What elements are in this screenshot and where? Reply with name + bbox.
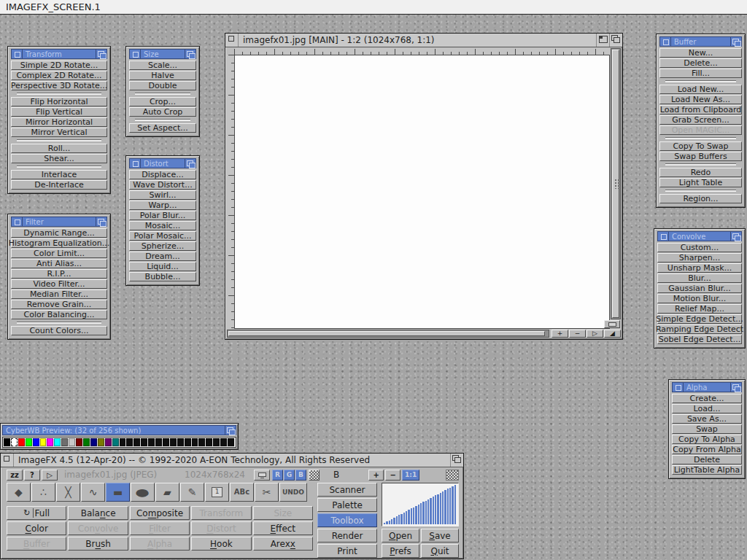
panel-transform-simple-2d-rotate[interactable]: Simple 2D Rotate... xyxy=(11,61,107,70)
toolbox-button-color[interactable]: Color xyxy=(7,521,66,535)
panel-transform-flip-horizontal[interactable]: Flip Horizontal xyxy=(11,97,107,106)
panel-filter-median-filter[interactable]: Median Filter... xyxy=(11,289,107,299)
panel-transform-shear[interactable]: Shear... xyxy=(11,154,107,163)
panel-filter-histogram-equalization[interactable]: Histogram Equalization... xyxy=(11,238,107,248)
green-channel-button[interactable]: G xyxy=(284,470,295,481)
play-button[interactable]: ▷ xyxy=(587,330,603,338)
panel-convolve-relief-map[interactable]: Relief Map... xyxy=(657,304,742,314)
close-icon[interactable] xyxy=(673,383,684,392)
image-canvas[interactable] xyxy=(234,55,610,329)
panel-convolve-simple-edge-detect[interactable]: Simple Edge Detect... xyxy=(657,314,742,324)
close-icon[interactable] xyxy=(130,159,141,168)
side-button-render[interactable]: Render xyxy=(317,529,377,542)
palette-swatch-19[interactable] xyxy=(141,438,147,446)
panel-buffer-copy-to-swap[interactable]: Copy To Swap xyxy=(659,141,742,151)
palette-swatch-18[interactable] xyxy=(133,438,140,446)
side-button-scanner[interactable]: Scanner xyxy=(317,483,377,497)
panel-transform-mirror-vertical[interactable]: Mirror Vertical xyxy=(11,128,107,137)
scissors-tool[interactable]: ✂ xyxy=(255,483,279,502)
toolbox-button-balance[interactable]: Balance xyxy=(68,506,128,520)
zoom-out-button[interactable]: − xyxy=(385,470,400,481)
palette-swatch-26[interactable] xyxy=(192,438,198,446)
palette-swatch-15[interactable] xyxy=(112,438,119,446)
panel-alpha-copy-from-alpha[interactable]: Copy From Alpha xyxy=(672,445,742,454)
panel-size-halve[interactable]: Halve xyxy=(129,71,196,80)
panel-convolve-sobel-edge-detect[interactable]: Sobel Edge Detect... xyxy=(657,335,742,344)
polygon-tool[interactable]: ▰ xyxy=(155,483,179,502)
curve-tool[interactable]: ∿ xyxy=(81,483,105,502)
panel-convolve-sharpen[interactable]: Sharpen... xyxy=(657,253,742,262)
close-icon[interactable] xyxy=(225,34,239,47)
panel-alpha-swap[interactable]: Swap xyxy=(672,424,742,434)
panel-buffer-redo[interactable]: Redo xyxy=(659,168,742,177)
image-window-titlebar[interactable]: imagefx01.jpg [MAIN] - 1:2 (1024x768, 1:… xyxy=(225,34,622,47)
palette-swatch-9[interactable] xyxy=(69,438,75,446)
point-tool[interactable]: ◆ xyxy=(7,483,31,502)
toolbox-button-hook[interactable]: Hook xyxy=(191,537,251,551)
panel-distort-displace[interactable]: Displace... xyxy=(129,170,196,179)
palette-swatch-3[interactable] xyxy=(26,438,32,446)
panel-distort-wave-distort[interactable]: Wave Distort... xyxy=(129,180,196,190)
palette-swatch-31[interactable] xyxy=(228,438,234,446)
monitor-icon[interactable] xyxy=(254,470,270,481)
panel-alpha-copy-to-alpha[interactable]: Copy To Alpha xyxy=(672,435,742,444)
panel-filter-dynamic-range[interactable]: Dynamic Range... xyxy=(11,228,107,238)
panel-buffer-fill[interactable]: Fill... xyxy=(659,69,742,78)
undo-button[interactable]: UNDO xyxy=(279,483,307,502)
toolbox-button-arexx[interactable]: Arexx xyxy=(253,537,313,551)
depth-icon[interactable] xyxy=(730,232,741,241)
depth-icon[interactable] xyxy=(96,217,107,226)
depth-icon[interactable] xyxy=(730,383,741,392)
buffer-panel-titlebar[interactable]: Buffer xyxy=(659,36,742,47)
palette-swatch-25[interactable] xyxy=(185,438,191,446)
panel-alpha-load[interactable]: Load... xyxy=(672,404,742,413)
panel-distort-polar-blur[interactable]: Polar Blur... xyxy=(129,211,196,220)
zoom-1to1-button[interactable]: 1:1 xyxy=(402,470,419,481)
panel-transform-roll[interactable]: Roll... xyxy=(11,144,107,153)
panel-convolve-unsharp-mask[interactable]: Unsharp Mask... xyxy=(657,263,742,273)
corner-button-open[interactable]: Open xyxy=(382,529,419,542)
palette-swatch-1[interactable] xyxy=(11,438,18,446)
vertical-scrollbar[interactable] xyxy=(611,48,621,319)
panel-distort-liquid[interactable]: Liquid... xyxy=(129,262,196,271)
palette-swatch-2[interactable] xyxy=(18,438,25,446)
depth-icon[interactable] xyxy=(185,50,196,58)
brush-tool[interactable]: ✎ xyxy=(180,483,204,502)
palette-swatch-27[interactable] xyxy=(198,438,205,446)
panel-filter-anti-alias[interactable]: Anti Alias... xyxy=(11,259,107,268)
size-panel-titlebar[interactable]: Size xyxy=(129,49,196,59)
corner-button-quit[interactable]: Quit xyxy=(421,544,459,558)
palette-swatch-8[interactable] xyxy=(61,438,68,446)
panel-buffer-load-new-as[interactable]: Load New As... xyxy=(659,95,742,104)
panel-transform-mirror-horizontal[interactable]: Mirror Horizontal xyxy=(11,117,107,127)
panel-distort-warp[interactable]: Warp... xyxy=(129,201,196,210)
panel-transform-complex-2d-rotate[interactable]: Complex 2D Rotate... xyxy=(11,71,107,80)
panel-filter-color-balancing[interactable]: Color Balancing... xyxy=(11,310,107,319)
horizontal-scrollbar[interactable] xyxy=(227,330,549,338)
panel-buffer-load-new[interactable]: Load New... xyxy=(659,85,742,94)
panel-filter-r-i-p[interactable]: R.I.P... xyxy=(11,269,107,279)
palette-swatch-28[interactable] xyxy=(206,438,212,446)
horizontal-scrollbar-thumb[interactable] xyxy=(228,331,545,336)
convolve-panel-titlebar[interactable]: Convolve xyxy=(657,231,742,241)
red-channel-button[interactable]: R xyxy=(272,470,283,481)
palette-swatch-23[interactable] xyxy=(170,438,177,446)
clone-tool[interactable]: 1 xyxy=(205,483,229,502)
panel-distort-dream[interactable]: Dream... xyxy=(129,252,196,261)
close-icon[interactable] xyxy=(660,37,671,46)
depth-icon[interactable] xyxy=(730,37,741,46)
palette-swatch-0[interactable] xyxy=(4,438,10,446)
panel-alpha-lighttable-alpha[interactable]: LightTable Alpha xyxy=(672,465,742,475)
palette-swatch-7[interactable] xyxy=(54,438,61,446)
panel-convolve-gaussian-blur[interactable]: Gaussian Blur... xyxy=(657,284,742,293)
panel-distort-swirl[interactable]: Swirl... xyxy=(129,190,196,200)
panel-alpha-save-as[interactable]: Save As... xyxy=(672,414,742,424)
panel-buffer-new[interactable]: New... xyxy=(659,48,742,58)
corner-button-save[interactable]: Save xyxy=(421,529,459,542)
palette-swatch-14[interactable] xyxy=(105,438,112,446)
palette-swatch-6[interactable] xyxy=(47,438,53,446)
blue-channel-button[interactable]: B xyxy=(295,470,306,481)
toolbox-button-brush[interactable]: Brush xyxy=(68,537,128,551)
panel-distort-mosaic[interactable]: Mosaic... xyxy=(129,221,196,230)
palette-swatch-21[interactable] xyxy=(155,438,162,446)
